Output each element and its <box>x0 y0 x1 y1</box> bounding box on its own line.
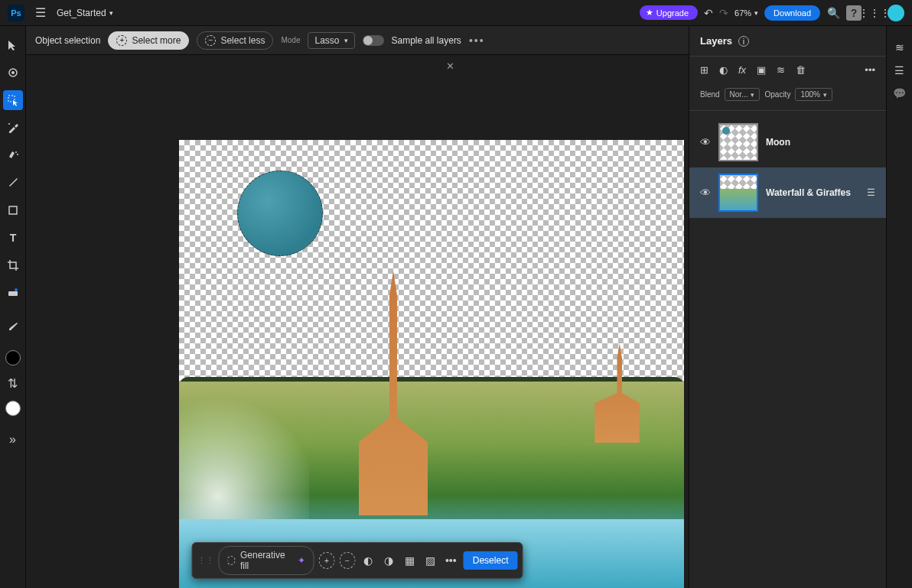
redo-button[interactable]: ↷ <box>719 7 728 19</box>
document-canvas[interactable] <box>179 140 684 588</box>
document-title-dropdown[interactable]: Get_Started ▾ <box>57 8 113 18</box>
mode-dropdown[interactable]: Lasso ▾ <box>308 32 354 49</box>
expand-selection-icon[interactable]: + <box>318 552 334 569</box>
svg-rect-8 <box>8 291 18 296</box>
text-tool[interactable]: T <box>3 228 23 248</box>
gradient-icon[interactable]: ▨ <box>422 552 438 569</box>
contextual-task-bar: ⋮⋮ Generative fill ✦ + − ◐ ◑ ▦ ▨ ••• Des… <box>192 542 523 579</box>
foreground-color-swatch[interactable] <box>5 350 21 365</box>
sample-all-layers-toggle[interactable] <box>363 35 384 46</box>
layer-adjust-icon[interactable]: ◐ <box>719 64 728 76</box>
layer-row-moon[interactable]: 👁 Moon <box>689 117 886 167</box>
add-layer-icon[interactable]: ⊞ <box>700 64 708 76</box>
opacity-label: Opacity <box>764 90 790 99</box>
more-tools-icon[interactable]: » <box>3 430 23 450</box>
brush-tool[interactable] <box>3 173 23 193</box>
undo-button[interactable]: ↶ <box>704 7 713 19</box>
select-less-label: Select less <box>220 35 265 46</box>
chevron-down-icon: ▾ <box>754 9 758 17</box>
svg-rect-6 <box>9 206 17 214</box>
crop-tool[interactable] <box>3 255 23 275</box>
layer-row-waterfall-giraffes[interactable]: 👁 Waterfall & Giraffes ☰ <box>689 167 886 218</box>
remove-tool[interactable] <box>3 145 23 165</box>
download-button[interactable]: Download <box>764 5 820 21</box>
properties-tab-icon[interactable]: ☰ <box>894 64 904 76</box>
blend-label: Blend <box>700 90 720 99</box>
app-logo[interactable]: Ps <box>8 5 24 21</box>
transform-tool[interactable] <box>3 63 23 83</box>
layer-name-text: Waterfall & Giraffes <box>766 187 859 198</box>
layer-thumb-moon[interactable] <box>718 123 758 161</box>
blend-mode-dropdown[interactable]: Nor... ▾ <box>725 88 761 101</box>
select-more-label: Select more <box>132 35 181 46</box>
svg-point-9 <box>15 288 18 291</box>
layer-thumb-waterfall[interactable] <box>718 174 758 212</box>
layers-info-icon[interactable]: i <box>738 36 749 47</box>
more-options-icon[interactable]: ••• <box>469 34 485 47</box>
opacity-value: 100% <box>800 90 820 99</box>
mode-value: Lasso <box>314 35 339 46</box>
move-tool[interactable] <box>3 35 23 55</box>
taskbar-more-icon[interactable]: ••• <box>443 552 459 569</box>
apps-grid-icon[interactable]: ⋮⋮⋮ <box>868 6 881 20</box>
adjustments-tool[interactable] <box>3 283 23 303</box>
search-icon[interactable]: 🔍 <box>826 6 840 20</box>
chevron-down-icon: ▾ <box>751 91 754 99</box>
generative-fill-button[interactable]: Generative fill ✦ <box>219 546 314 575</box>
layer-name-text: Moon <box>766 137 875 148</box>
layers-tab-icon[interactable]: ≋ <box>895 41 904 54</box>
layers-panel-header: Layers i <box>689 26 886 57</box>
layer-properties-icon[interactable]: ☰ <box>867 187 875 198</box>
contract-selection-icon[interactable]: − <box>339 552 355 569</box>
layer-more-icon[interactable]: ••• <box>865 64 875 76</box>
adjustment-layer-icon[interactable]: ◑ <box>381 552 397 569</box>
star-icon: ★ <box>646 8 653 18</box>
fill-icon[interactable]: ▦ <box>402 552 418 569</box>
mode-label: Mode <box>281 36 300 44</box>
deselect-button[interactable]: Deselect <box>464 551 518 570</box>
layer-visibility-icon[interactable]: 👁 <box>700 136 711 148</box>
select-less-button[interactable]: − Select less <box>197 31 273 50</box>
svg-text:T: T <box>9 232 16 244</box>
user-avatar[interactable] <box>888 5 904 21</box>
svg-point-4 <box>15 151 17 153</box>
blend-opacity-row: Blend Nor... ▾ Opacity 100% ▾ <box>689 83 886 111</box>
swap-colors-icon[interactable]: ⇅ <box>3 373 23 393</box>
svg-point-3 <box>8 123 10 125</box>
comments-tab-icon[interactable]: 💬 <box>893 87 906 99</box>
options-bar: Object selection + Select more − Select … <box>26 26 689 55</box>
upgrade-label: Upgrade <box>656 8 689 18</box>
blend-value: Nor... <box>730 90 748 99</box>
layer-visibility-icon[interactable]: 👁 <box>700 187 711 199</box>
select-more-button[interactable]: + Select more <box>108 31 189 50</box>
layers-list: 👁 Moon 👁 Waterfall & Giraffes ☰ <box>689 111 886 588</box>
moon-selection <box>237 171 323 256</box>
zoom-dropdown[interactable]: 67% ▾ <box>734 8 758 18</box>
upgrade-button[interactable]: ★ Upgrade <box>640 5 698 20</box>
document-title-text: Get_Started <box>57 8 106 18</box>
shape-tool[interactable] <box>3 200 23 220</box>
drag-handle-icon[interactable]: ⋮⋮ <box>197 556 214 566</box>
tool-name-label: Object selection <box>35 35 100 46</box>
background-color-swatch[interactable] <box>5 401 21 416</box>
layer-mask-icon[interactable]: ▣ <box>757 64 766 76</box>
eyedropper-tool[interactable] <box>3 317 23 336</box>
close-options-icon[interactable]: ✕ <box>446 60 454 72</box>
genfill-circle-icon <box>227 556 236 565</box>
delete-layer-icon[interactable]: 🗑 <box>796 64 806 76</box>
opacity-dropdown[interactable]: 100% ▾ <box>795 88 832 101</box>
hamburger-menu-icon[interactable]: ☰ <box>35 5 46 20</box>
layers-panel-title: Layers <box>700 35 732 47</box>
layer-fx-icon[interactable]: fx <box>738 64 746 76</box>
layers-panel: Layers i ⊞ ◐ fx ▣ ≋ 🗑 ••• Blend Nor... ▾… <box>689 26 886 588</box>
zoom-value: 67% <box>734 8 751 18</box>
chevron-down-icon: ▾ <box>109 9 113 17</box>
chevron-down-icon: ▾ <box>823 91 827 99</box>
object-selection-tool[interactable] <box>3 90 23 110</box>
layer-stack-icon[interactable]: ≋ <box>777 64 785 76</box>
select-more-icon: + <box>116 35 127 46</box>
right-side-strip: ≋ ☰ 💬 <box>886 26 912 588</box>
svg-point-5 <box>17 154 18 155</box>
quick-brush-tool[interactable] <box>3 118 23 138</box>
mask-icon[interactable]: ◐ <box>360 552 376 569</box>
